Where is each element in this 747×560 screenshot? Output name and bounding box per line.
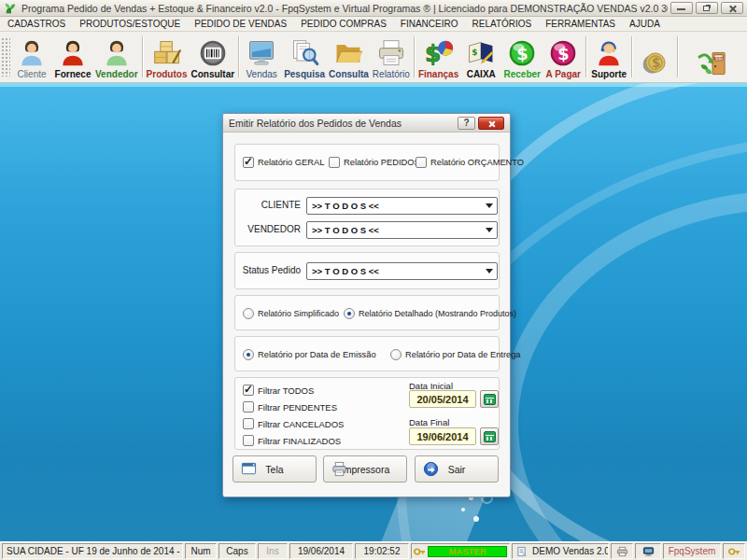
exit-arrow-icon (423, 461, 439, 477)
window-titlebar[interactable]: Programa Pedido de Vendas + Estoque & Fi… (0, 0, 747, 17)
printer-icon (375, 38, 407, 68)
toolbar-label: Pesquisa (284, 69, 325, 79)
filtrar-finalizados-checkbox-item[interactable]: Filtrar FINALIZADOS (243, 435, 341, 446)
data-inicial-calendar-button[interactable] (480, 390, 499, 408)
status-key (723, 543, 745, 559)
checkbox-label: Filtrar TODOS (258, 385, 314, 396)
toolbar-separator (585, 36, 586, 77)
exit-door-icon: EXIT (697, 49, 728, 78)
toolbar-apagar-button[interactable]: $ A Pagar (543, 34, 584, 80)
toolbar-coin-button[interactable]: $ (634, 34, 675, 80)
checkbox-label: Filtrar FINALIZADOS (258, 436, 341, 446)
toolbar-vendas-button[interactable]: Vendas (241, 34, 282, 80)
checkbox-icon[interactable] (243, 401, 254, 413)
menu-ajuda[interactable]: AJUDA (629, 19, 660, 29)
data-final-input[interactable]: 19/06/2014 (409, 427, 476, 445)
toolbar-cliente-button[interactable]: Cliente (11, 34, 52, 80)
filtrar-pendentes-checkbox-item[interactable]: Filtrar PENDENTES (243, 401, 337, 413)
boxes-icon (151, 38, 183, 68)
toolbar-grip[interactable] (1, 37, 10, 77)
toolbar-consultar-button[interactable]: Consultar (189, 34, 236, 80)
button-label: Sair (448, 464, 466, 475)
radio-icon[interactable] (243, 308, 254, 319)
chevron-down-icon[interactable] (482, 269, 497, 273)
checkbox-icon[interactable] (243, 418, 254, 429)
toolbar-label: Cliente (17, 69, 46, 79)
radio-label: Relatório Simplificado (258, 309, 339, 318)
toolbar-consulta-button[interactable]: Consulta (327, 34, 371, 80)
menu-financeiro[interactable]: FINANCEIRO (401, 19, 458, 29)
status-pedido-label: Status Pedido (235, 265, 301, 275)
relatorio-pedidos-checkbox-item[interactable]: Relatório PEDIDOS (329, 157, 420, 168)
toolbar-label: Consultar (190, 69, 234, 79)
checkbox-label: Relatório ORÇAMENTO (430, 158, 524, 167)
tela-button[interactable]: Tela (233, 455, 317, 483)
toolbar-financas-button[interactable]: $ Finanças (416, 34, 460, 80)
dialog-close-button[interactable] (478, 117, 504, 130)
cliente-selected-value: >> T O D O S << (307, 201, 482, 211)
filtrar-todos-checkbox-item[interactable]: Filtrar TODOS (243, 385, 314, 396)
data-inicial-input[interactable]: 20/05/2014 (409, 390, 476, 408)
toolbar-separator (631, 36, 632, 77)
checkbox-icon[interactable] (243, 435, 254, 446)
impressora-button[interactable]: Impressora (323, 455, 407, 483)
chevron-down-icon[interactable] (482, 203, 497, 208)
toolbar-label: CAIXA (467, 69, 496, 79)
relatorio-detalhado-radio-item[interactable]: Relatório Detalhado (Mostrando Produtos) (344, 308, 516, 319)
menu-pedido-compras[interactable]: PEDIDO COMPRAS (301, 19, 387, 29)
checkbox-icon[interactable] (243, 157, 254, 168)
menu-ferramentas[interactable]: FERRAMENTAS (545, 19, 615, 29)
relatorio-orcamento-checkbox-item[interactable]: Relatório ORÇAMENTO (416, 157, 524, 168)
radio-label: Relatório por Data de Emissão (258, 350, 376, 359)
detail-mode-group: Relatório Simplificado Relatório Detalha… (234, 295, 500, 330)
relatorio-geral-checkbox-item[interactable]: Relatório GERAL (243, 157, 324, 168)
dollar-pie-icon: $ (423, 38, 455, 68)
menu-pedido-de-vendas[interactable]: PEDIDO DE VENDAS (194, 19, 287, 29)
relatorio-simplificado-radio-item[interactable]: Relatório Simplificado (243, 308, 339, 319)
toolbar-exit-button[interactable]: EXIT (680, 34, 745, 80)
data-final-calendar-button[interactable] (480, 427, 499, 445)
toolbar-pesquisa-button[interactable]: Pesquisa (282, 34, 327, 80)
toolbar-fornece-button[interactable]: Fornece (52, 34, 93, 80)
cliente-vendedor-group: CLIENTE >> T O D O S << VENDEDOR >> T O … (234, 189, 500, 246)
toolbar-relatorio-button[interactable]: Relatório (371, 34, 412, 80)
menu-cadastros[interactable]: CADASTROS (7, 19, 65, 29)
toolbar-receber-button[interactable]: $ Receber (501, 34, 543, 80)
svg-text:$: $ (516, 45, 528, 63)
restore-button[interactable] (696, 2, 718, 14)
cliente-select[interactable]: >> T O D O S << (306, 197, 498, 215)
checkbox-icon[interactable] (416, 157, 427, 168)
dialog-help-button[interactable]: ? (458, 117, 475, 130)
checkbox-label: Relatório PEDIDOS (344, 158, 420, 167)
mdi-desktop: Emitir Relatório dos Pedidos de Vendas ?… (0, 83, 747, 541)
date-mode-group: Relatório por Data de Emissão Relatório … (234, 336, 500, 371)
checkbox-icon[interactable] (329, 157, 340, 168)
toolbar-vendedor-button[interactable]: Vendedor (93, 34, 140, 80)
vendedor-select[interactable]: >> T O D O S << (306, 221, 498, 239)
supplier-person-icon (57, 38, 89, 68)
radio-icon[interactable] (243, 349, 254, 360)
data-entrega-radio-item[interactable]: Relatório por Data de Entrega (390, 349, 521, 360)
data-emissao-radio-item[interactable]: Relatório por Data de Emissão (243, 349, 376, 360)
sair-button[interactable]: Sair (415, 455, 499, 483)
status-pedido-select[interactable]: >> T O D O S << (306, 262, 498, 280)
key-icon (728, 546, 740, 557)
menu-relatorios[interactable]: RELATÓRIOS (472, 19, 532, 29)
toolbar-produtos-button[interactable]: Produtos (145, 34, 190, 80)
minimize-button[interactable] (670, 2, 693, 14)
menu-produtos-estoque[interactable]: PRODUTOS/ESTOQUE (79, 19, 180, 29)
dialog-titlebar[interactable]: Emitir Relatório dos Pedidos de Vendas ? (223, 114, 510, 133)
chevron-down-icon[interactable] (482, 228, 497, 232)
search-documents-icon (289, 38, 320, 68)
checkbox-label: Filtrar PENDENTES (258, 402, 337, 413)
status-location: SUA CIDADE - UF 19 de Junho de 2014 - Qu… (2, 543, 183, 559)
filtrar-cancelados-checkbox-item[interactable]: Filtrar CANCELADOS (243, 418, 344, 429)
close-button[interactable] (721, 2, 743, 14)
app-logo-icon (4, 2, 17, 15)
toolbar-suporte-button[interactable]: Suporte (588, 34, 629, 80)
report-dialog: Emitir Relatório dos Pedidos de Vendas ?… (222, 113, 511, 497)
checkbox-icon[interactable] (243, 385, 254, 396)
toolbar-caixa-button[interactable]: $ CAIXA (460, 34, 501, 80)
radio-icon[interactable] (344, 308, 355, 319)
radio-icon[interactable] (390, 349, 402, 360)
